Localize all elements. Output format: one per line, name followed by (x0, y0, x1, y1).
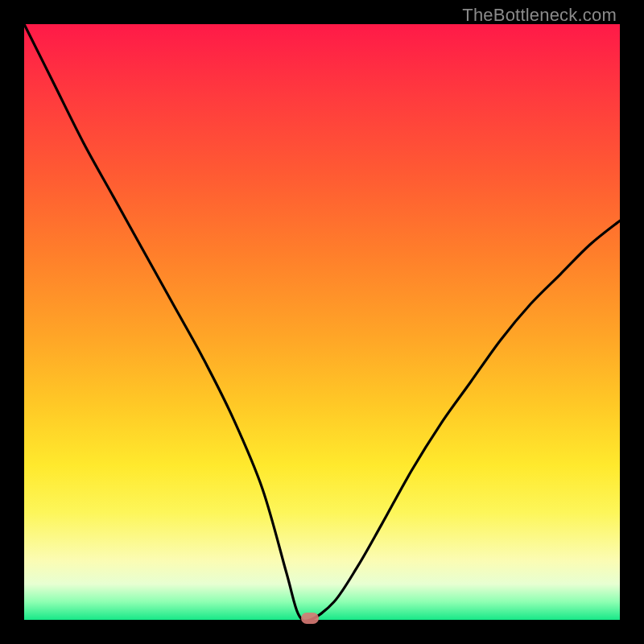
minimum-marker (301, 613, 319, 624)
watermark-text: TheBottleneck.com (462, 5, 617, 26)
curve-path (24, 24, 620, 621)
plot-area (24, 24, 620, 620)
bottleneck-curve (24, 24, 620, 620)
chart-frame: TheBottleneck.com (0, 0, 644, 644)
